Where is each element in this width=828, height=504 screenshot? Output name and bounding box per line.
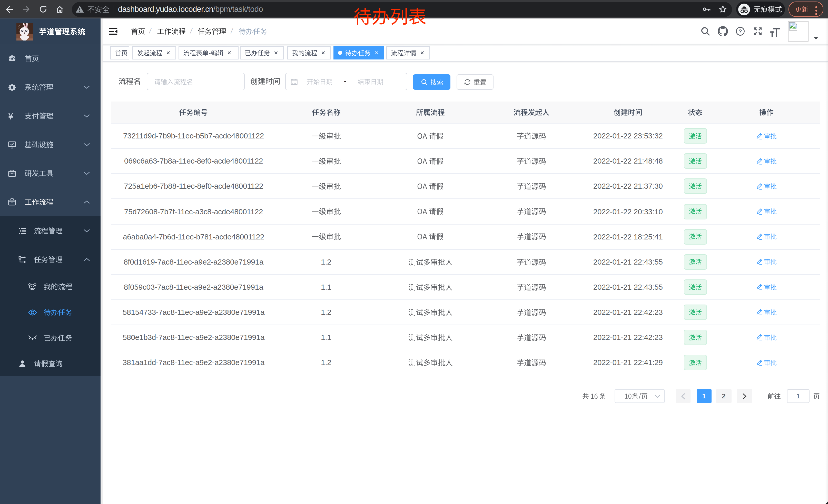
svg-text:?: ? <box>739 28 742 35</box>
